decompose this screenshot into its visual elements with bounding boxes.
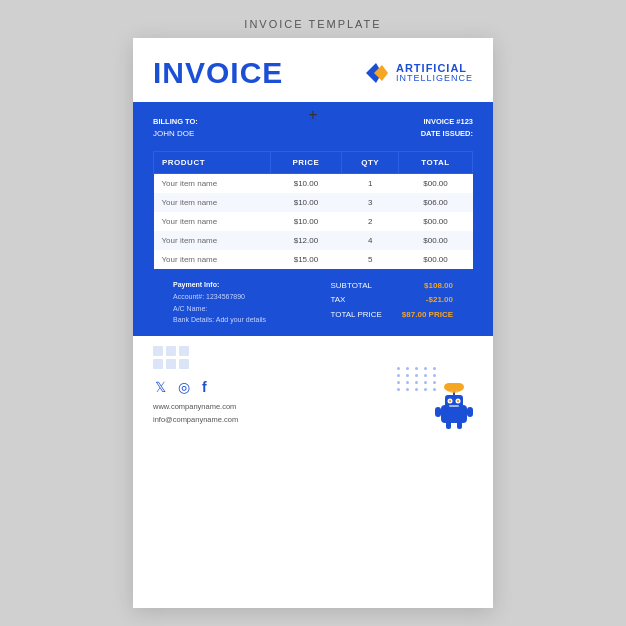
table-row: Your item name $10.00 3 $06.00 (154, 193, 473, 212)
dot (406, 381, 409, 384)
billing-right: INVOICE #123 DATE ISSUED: (421, 116, 473, 141)
dot (424, 381, 427, 384)
dot (406, 367, 409, 370)
cell-product: Your item name (154, 173, 271, 193)
dot (433, 367, 436, 370)
col-total: TOTAL (399, 151, 473, 173)
cell-total: $00.00 (399, 212, 473, 231)
table-header-row: PRODUCT PRICE QTY TOTAL (154, 151, 473, 173)
dot (415, 374, 418, 377)
payment-account: Account#: 1234567890 (173, 291, 266, 303)
svg-rect-13 (446, 421, 451, 429)
tax-value: -$21.00 (426, 293, 453, 307)
table-row: Your item name $10.00 2 $00.00 (154, 212, 473, 231)
billing-to-name: JOHN DOE (153, 128, 198, 141)
cell-product: Your item name (154, 212, 271, 231)
invoice-card: INVOICE ARTIFICIAL INTELLIGENCE + BILLIN… (133, 38, 493, 608)
dot (415, 388, 418, 391)
brand-text-block: ARTIFICIAL INTELLIGENCE (396, 62, 473, 84)
cell-price: $10.00 (270, 173, 342, 193)
payment-ac-name: A/C Name: (173, 303, 266, 315)
dot (415, 381, 418, 384)
cell-qty: 4 (342, 231, 399, 250)
table-row: Your item name $12.00 4 $00.00 (154, 231, 473, 250)
svg-point-8 (449, 400, 451, 402)
total-price-value: $87.00 PRICE (402, 308, 453, 322)
dot (397, 388, 400, 391)
table-row: Your item name $15.00 5 $00.00 (154, 250, 473, 269)
subtotal-row: SUBTOTAL $108.00 (330, 279, 453, 293)
cell-price: $12.00 (270, 231, 342, 250)
cell-total: $00.00 (399, 250, 473, 269)
svg-rect-14 (457, 421, 462, 429)
company-website: www.companyname.com (153, 401, 473, 414)
payment-info-label: Payment Info: (173, 279, 266, 291)
total-price-label: TOTAL PRICE (330, 308, 381, 322)
brand-logo: ARTIFICIAL INTELLIGENCE (362, 59, 473, 87)
instagram-icon[interactable]: ◎ (178, 379, 190, 395)
dot (424, 374, 427, 377)
invoice-footer: Payment Info: Account#: 1234567890 A/C N… (153, 269, 473, 337)
cell-product: Your item name (154, 250, 271, 269)
invoice-number-label: INVOICE #123 (421, 116, 473, 128)
col-product: PRODUCT (154, 151, 271, 173)
brand-name-bottom: INTELLIGENCE (396, 74, 473, 84)
col-price: PRICE (270, 151, 342, 173)
dot (397, 367, 400, 370)
page-label: INVOICE TEMPLATE (244, 18, 381, 30)
cell-price: $10.00 (270, 193, 342, 212)
invoice-table: PRODUCT PRICE QTY TOTAL Your item name $… (153, 151, 473, 269)
dot (406, 388, 409, 391)
tax-row: TAX -$21.00 (330, 293, 453, 307)
plus-symbol: + (308, 106, 317, 124)
cell-product: Your item name (154, 231, 271, 250)
contact-info: www.companyname.com info@companyname.com (153, 401, 473, 427)
dot (397, 374, 400, 377)
billing-left: BILLING TO: JOHN DOE (153, 116, 198, 141)
invoice-header: INVOICE ARTIFICIAL INTELLIGENCE (133, 38, 493, 102)
subtotal-label: SUBTOTAL (330, 279, 372, 293)
cell-total: $06.00 (399, 193, 473, 212)
cell-product: Your item name (154, 193, 271, 212)
cell-price: $10.00 (270, 212, 342, 231)
invoice-bottom: 𝕏 ◎ f www.companyname.com info@companyna… (133, 336, 493, 441)
cell-total: $00.00 (399, 231, 473, 250)
cell-price: $15.00 (270, 250, 342, 269)
ai-brand-icon (362, 59, 390, 87)
dot (415, 367, 418, 370)
payment-bank: Bank Details: Add your details (173, 314, 266, 326)
facebook-icon[interactable]: f (202, 379, 207, 395)
date-issued-label: DATE ISSUED: (421, 128, 473, 140)
dot (433, 374, 436, 377)
cell-qty: 1 (342, 173, 399, 193)
svg-rect-12 (467, 407, 473, 417)
invoice-title: INVOICE (153, 56, 283, 90)
company-email: info@companyname.com (153, 414, 473, 427)
svg-point-9 (457, 400, 459, 402)
robot-icon (429, 383, 479, 433)
subtotal-value: $108.00 (424, 279, 453, 293)
cell-qty: 5 (342, 250, 399, 269)
totals-block: SUBTOTAL $108.00 TAX -$21.00 TOTAL PRICE… (330, 279, 453, 322)
dot (424, 388, 427, 391)
cell-total: $00.00 (399, 173, 473, 193)
twitter-icon[interactable]: 𝕏 (155, 379, 166, 395)
total-price-row: TOTAL PRICE $87.00 PRICE (330, 308, 453, 322)
tax-label: TAX (330, 293, 345, 307)
dot (424, 367, 427, 370)
col-qty: QTY (342, 151, 399, 173)
cell-qty: 3 (342, 193, 399, 212)
billing-to-label: BILLING TO: (153, 116, 198, 128)
table-row: Your item name $10.00 1 $00.00 (154, 173, 473, 193)
dot (397, 381, 400, 384)
cell-qty: 2 (342, 212, 399, 231)
dot (406, 374, 409, 377)
svg-rect-10 (449, 405, 459, 407)
invoice-body: BILLING TO: JOHN DOE INVOICE #123 DATE I… (133, 102, 493, 336)
svg-rect-11 (435, 407, 441, 417)
payment-info: Payment Info: Account#: 1234567890 A/C N… (173, 279, 266, 327)
